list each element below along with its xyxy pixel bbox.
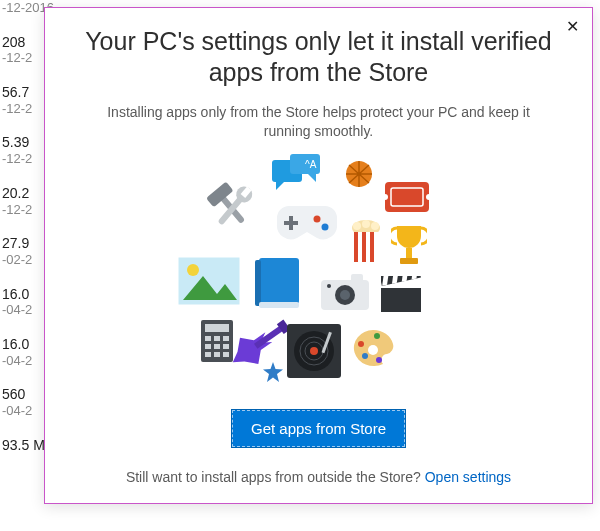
get-apps-label: Get apps from Store xyxy=(251,420,386,437)
svg-point-70 xyxy=(374,333,380,339)
svg-point-67 xyxy=(368,345,378,355)
dialog-subtitle: Installing apps only from the Store help… xyxy=(45,97,592,148)
close-icon: ✕ xyxy=(566,17,579,36)
clapperboard-icon xyxy=(381,276,421,312)
close-button[interactable]: ✕ xyxy=(558,12,586,40)
svg-point-17 xyxy=(314,215,321,222)
svg-rect-51 xyxy=(205,344,211,349)
app-icons-illustration: ^A xyxy=(45,152,592,402)
star-icon xyxy=(263,362,283,382)
dialog-footer: Still want to install apps from outside … xyxy=(45,469,592,485)
svg-marker-60 xyxy=(263,362,283,382)
svg-rect-40 xyxy=(381,288,421,312)
svg-rect-36 xyxy=(351,274,363,282)
svg-rect-23 xyxy=(354,232,358,262)
svg-rect-16 xyxy=(284,221,298,225)
gamepad-icon xyxy=(275,202,337,244)
basketball-icon xyxy=(345,160,373,188)
turntable-icon xyxy=(287,324,341,378)
svg-rect-55 xyxy=(214,352,220,357)
chat-icon: ^A xyxy=(272,154,324,196)
dialog-title: Your PC's settings only let it install v… xyxy=(45,8,592,97)
picture-icon xyxy=(177,256,241,306)
svg-point-22 xyxy=(371,222,379,230)
svg-point-65 xyxy=(310,347,318,355)
svg-point-20 xyxy=(353,222,361,230)
camera-icon xyxy=(321,274,369,310)
svg-point-69 xyxy=(362,353,368,359)
get-apps-button[interactable]: Get apps from Store xyxy=(232,410,405,447)
svg-rect-54 xyxy=(205,352,211,357)
svg-rect-52 xyxy=(214,344,220,349)
svg-rect-48 xyxy=(205,336,211,341)
svg-point-68 xyxy=(358,341,364,347)
svg-rect-32 xyxy=(259,258,299,304)
svg-rect-25 xyxy=(370,232,374,262)
svg-point-71 xyxy=(376,357,382,363)
store-restriction-dialog: ✕ Your PC's settings only let it install… xyxy=(44,7,593,504)
tools-icon xyxy=(203,180,261,238)
book-icon xyxy=(255,258,299,308)
svg-rect-34 xyxy=(259,302,299,308)
svg-marker-3 xyxy=(308,174,316,182)
ticket-icon xyxy=(385,182,429,212)
svg-point-39 xyxy=(327,284,331,288)
svg-rect-47 xyxy=(205,324,229,332)
palette-icon xyxy=(351,328,395,368)
svg-rect-27 xyxy=(400,258,418,264)
svg-rect-26 xyxy=(406,248,412,258)
footer-text: Still want to install apps from outside … xyxy=(126,469,425,485)
svg-point-38 xyxy=(340,290,350,300)
svg-point-21 xyxy=(362,220,370,228)
open-settings-link[interactable]: Open settings xyxy=(425,469,511,485)
svg-text:^A: ^A xyxy=(305,159,317,170)
svg-point-29 xyxy=(187,264,199,276)
svg-marker-1 xyxy=(276,182,284,190)
svg-rect-33 xyxy=(255,260,261,306)
svg-rect-24 xyxy=(362,232,366,262)
svg-point-18 xyxy=(322,223,329,230)
trophy-icon xyxy=(391,224,427,268)
popcorn-icon xyxy=(349,220,383,262)
svg-rect-49 xyxy=(214,336,220,341)
